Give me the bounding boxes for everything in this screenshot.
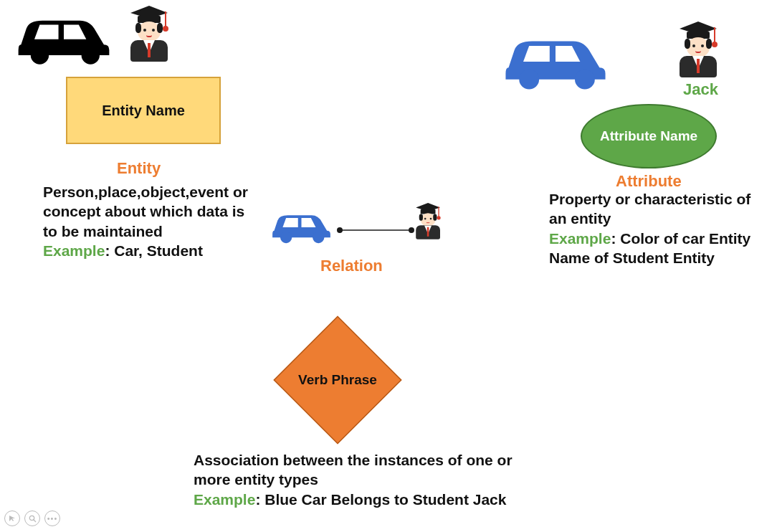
svg-point-4 xyxy=(280,232,292,243)
graduate-top-right-icon xyxy=(674,22,723,77)
tool-more-icon[interactable]: ••• xyxy=(44,510,60,526)
tool-pointer-icon[interactable] xyxy=(4,510,20,526)
tool-zoom-icon[interactable] xyxy=(24,510,40,526)
graduate-relation-icon xyxy=(412,203,461,259)
entity-desc-text: Person,place,object,event or concept abo… xyxy=(43,184,248,239)
attribute-description: Property or characteristic of an entity … xyxy=(549,189,771,267)
entity-example-text: : Car, Student xyxy=(105,242,203,259)
relation-example-text: : Blue Car Belongs to Student Jack xyxy=(255,491,506,508)
svg-point-0 xyxy=(31,46,49,64)
attribute-ellipse: Attribute Name xyxy=(581,104,717,168)
relation-connector-line xyxy=(336,224,415,237)
car-blue-relation-icon xyxy=(267,206,335,248)
attribute-name-caption: Jack xyxy=(683,80,718,99)
entity-title: Entity xyxy=(117,159,161,178)
attribute-example-line2: Name of Student Entity xyxy=(549,250,715,266)
car-black-icon xyxy=(10,7,118,69)
attribute-desc-text: Property or characteristic of an entity xyxy=(549,191,750,227)
svg-point-5 xyxy=(313,232,324,243)
relation-title: Relation xyxy=(320,257,383,275)
svg-point-2 xyxy=(519,70,539,90)
svg-point-3 xyxy=(575,70,595,90)
svg-point-1 xyxy=(82,46,100,64)
attribute-ellipse-label: Attribute Name xyxy=(600,128,697,144)
entity-description: Person,place,object,event or concept abo… xyxy=(43,182,254,260)
entity-box-label: Entity Name xyxy=(102,103,185,119)
graduate-top-left-icon xyxy=(125,6,173,62)
svg-line-10 xyxy=(34,520,36,522)
relation-example-label: Example xyxy=(194,491,255,508)
relation-diamond-label: Verb Phrase xyxy=(298,372,377,389)
svg-point-9 xyxy=(29,516,34,520)
entity-rectangle: Entity Name xyxy=(66,77,221,144)
attribute-example-line1: : Color of car Entity xyxy=(611,230,750,247)
attribute-example-label: Example xyxy=(549,230,611,247)
attribute-title: Attribute xyxy=(616,172,682,191)
toolbar: ••• xyxy=(4,510,60,526)
relation-description: Association between the instances of one… xyxy=(194,450,552,509)
relation-desc-text: Association between the instances of one… xyxy=(194,452,513,488)
entity-example-label: Example xyxy=(43,242,105,259)
relation-diamond: Verb Phrase xyxy=(275,317,401,443)
car-blue-top-icon xyxy=(495,27,616,94)
